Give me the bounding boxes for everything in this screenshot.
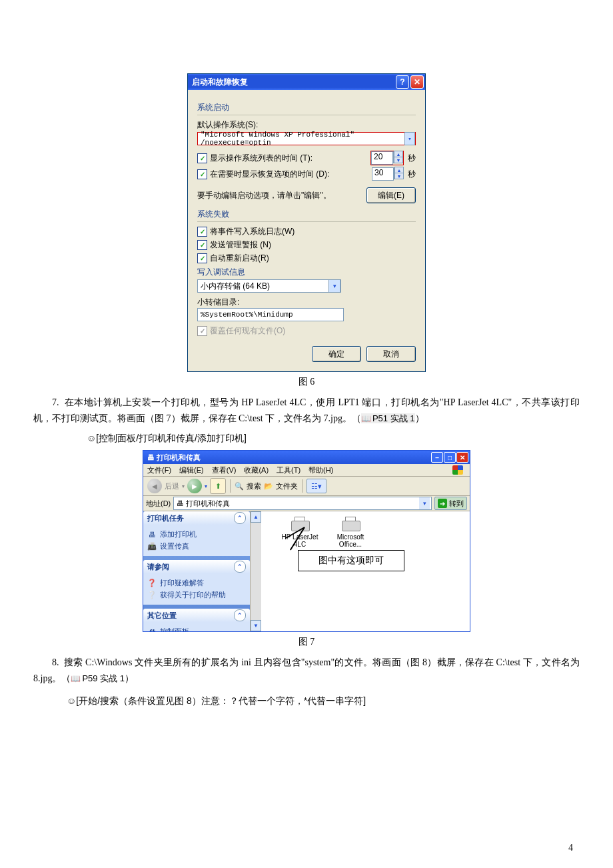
collapse-icon[interactable]: ⌃	[234, 609, 246, 621]
os-list-time-input[interactable]: 20	[371, 151, 393, 165]
system-startup-section: 系统启动	[197, 102, 416, 115]
show-recovery-checkbox[interactable]: ✓	[197, 169, 207, 179]
printer-icon: 🖶	[147, 453, 155, 461]
printer-tasks-header[interactable]: 打印机任务⌃	[143, 511, 250, 525]
printer-item-ms[interactable]: Microsoft Office...	[332, 517, 369, 548]
explorer-title: 打印机和传真	[157, 453, 201, 461]
send-alert-checkbox[interactable]: ✓	[197, 240, 207, 250]
add-printer-link[interactable]: 🖶添加打印机	[147, 529, 246, 539]
dialog-title: 启动和故障恢复	[192, 77, 248, 88]
other-places-header[interactable]: 其它位置⌃	[143, 609, 250, 622]
cancel-button[interactable]: 取消	[366, 346, 416, 362]
startup-recovery-dialog: 启动和故障恢复 ? ✕ 系统启动 默认操作系统(S): "Microsoft W…	[187, 73, 426, 372]
explorer-sidebar: 打印机任务⌃ 🖶添加打印机 📠设置传真 请参阅⌃ ❓打印疑难解答 ❔获得关于打印…	[143, 511, 250, 631]
seconds-label: 秒	[408, 153, 416, 164]
dump-type-dropdown[interactable]: 小内存转储 (64 KB) ▾	[197, 279, 341, 293]
overwrite-label: 覆盖任何现有文件(O)	[210, 325, 285, 337]
printer-icon: 🖶	[177, 499, 184, 507]
seconds-label: 秒	[408, 169, 416, 180]
folders-label[interactable]: 文件夹	[276, 481, 298, 491]
write-debug-label: 写入调试信息	[197, 267, 416, 278]
default-os-label: 默认操作系统(S):	[197, 119, 416, 131]
overwrite-checkbox: ✓	[197, 326, 207, 336]
callout-box: 图中有这项即可	[298, 550, 404, 571]
figure6-caption: 图 6	[33, 376, 580, 388]
edit-hint: 要手动编辑启动选项，请单击"编辑"。	[197, 190, 366, 201]
dialog-titlebar[interactable]: 启动和故障恢复 ? ✕	[188, 74, 425, 90]
menu-file[interactable]: 文件(F)	[147, 465, 171, 475]
dump-dir-label: 小转储目录:	[197, 297, 416, 308]
explorer-toolbar: ◄ 后退 ▾ ► ▾ ⬆ 🔍 搜索 📂 文件夹 ☷▾	[143, 477, 470, 496]
write-log-checkbox[interactable]: ✓	[197, 227, 207, 237]
dropdown-arrow-icon[interactable]: ▾	[404, 132, 415, 145]
spinner-icon[interactable]: ▲▼	[394, 167, 404, 179]
paragraph-8: 8. 搜索 C:\Windows 文件夹里所有的扩展名为 ini 且内容包含"s…	[33, 655, 580, 687]
dump-dir-input[interactable]: %SystemRoot%\Minidump	[197, 308, 344, 321]
paragraph-7-hint: ☺[控制面板/打印机和传真/添加打印机]	[87, 431, 580, 447]
explorer-titlebar[interactable]: 🖶 打印机和传真 – □ ✕	[143, 451, 470, 464]
collapse-icon[interactable]: ⌃	[234, 512, 246, 524]
recovery-time-input[interactable]: 30	[372, 167, 394, 181]
paragraph-7: 7. 在本地计算机上安装一个打印机，型号为 HP LaserJet 4LC，使用…	[33, 395, 580, 427]
menu-fav[interactable]: 收藏(A)	[244, 465, 269, 475]
explorer-menubar: 文件(F) 编辑(E) 查看(V) 收藏(A) 工具(T) 帮助(H)	[143, 464, 470, 477]
send-alert-label: 发送管理警报 (N)	[210, 239, 271, 251]
paragraph-8-hint: ☺[开始/搜索（条件设置见图 8）注意：？代替一个字符，*代替一串字符]	[67, 693, 580, 709]
maximize-button[interactable]: □	[444, 452, 456, 463]
back-label: 后退	[165, 481, 179, 491]
dropdown-arrow-icon[interactable]: ▾	[419, 497, 430, 509]
spinner-icon[interactable]: ▲▼	[393, 151, 403, 163]
close-button[interactable]: ✕	[456, 452, 468, 463]
control-panel-link[interactable]: 🛠控制面板	[147, 627, 246, 631]
back-button[interactable]: ◄	[147, 479, 162, 493]
system-failure-section: 系统失败	[197, 209, 416, 222]
collapse-icon[interactable]: ⌃	[234, 561, 246, 573]
write-log-label: 将事件写入系统日志(W)	[210, 226, 295, 237]
menu-help[interactable]: 帮助(H)	[308, 465, 333, 475]
search-label[interactable]: 搜索	[247, 481, 261, 491]
edit-button[interactable]: 编辑(E)	[366, 187, 416, 203]
dropdown-arrow-icon[interactable]: ▾	[328, 279, 340, 293]
get-help-link[interactable]: ❔获得关于打印的帮助	[147, 590, 246, 600]
folders-icon[interactable]: 📂	[264, 482, 273, 491]
default-os-value: "Microsoft Windows XP Professional" /noe…	[201, 131, 404, 147]
setup-fax-link[interactable]: 📠设置传真	[147, 541, 246, 551]
dump-type-value: 小内存转储 (64 KB)	[201, 281, 270, 292]
menu-tools[interactable]: 工具(T)	[277, 465, 301, 475]
page-number: 4	[568, 843, 573, 853]
help-button[interactable]: ?	[396, 75, 409, 89]
explorer-content: HP LaserJet 4LC Microsoft Office... 图中有这…	[261, 511, 470, 631]
show-os-list-checkbox[interactable]: ✓	[197, 153, 207, 163]
up-button[interactable]: ⬆	[210, 478, 226, 494]
windows-logo-icon	[450, 464, 466, 476]
menu-edit[interactable]: 编辑(E)	[179, 465, 204, 475]
show-os-list-label: 显示操作系统列表的时间 (T):	[210, 153, 370, 164]
show-recovery-label: 在需要时显示恢复选项的时间 (D):	[210, 169, 372, 180]
auto-restart-label: 自动重新启动(R)	[210, 253, 269, 264]
ok-button[interactable]: 确定	[312, 346, 361, 362]
forward-button[interactable]: ►	[187, 479, 202, 493]
address-bar: 地址(D) 🖶 打印机和传真 ▾ ➔转到	[143, 496, 470, 511]
view-button[interactable]: ☷▾	[306, 479, 326, 493]
minimize-button[interactable]: –	[431, 452, 443, 463]
figure7-caption: 图 7	[33, 636, 580, 648]
default-os-dropdown[interactable]: "Microsoft Windows XP Professional" /noe…	[197, 132, 416, 145]
search-icon[interactable]: 🔍	[235, 482, 244, 491]
printers-explorer-window: 🖶 打印机和传真 – □ ✕ 文件(F) 编辑(E) 查看(V) 收藏(A) 工…	[143, 450, 470, 632]
menu-view[interactable]: 查看(V)	[212, 465, 237, 475]
see-also-header[interactable]: 请参阅⌃	[143, 560, 250, 573]
close-button[interactable]: ✕	[410, 75, 424, 89]
troubleshoot-link[interactable]: ❓打印疑难解答	[147, 578, 246, 588]
sidebar-scrollbar[interactable]: ▲▼	[250, 511, 261, 631]
address-input[interactable]: 🖶 打印机和传真 ▾	[173, 497, 432, 510]
address-label: 地址(D)	[146, 499, 171, 509]
go-button[interactable]: ➔转到	[434, 497, 467, 510]
auto-restart-checkbox[interactable]: ✓	[197, 253, 207, 263]
